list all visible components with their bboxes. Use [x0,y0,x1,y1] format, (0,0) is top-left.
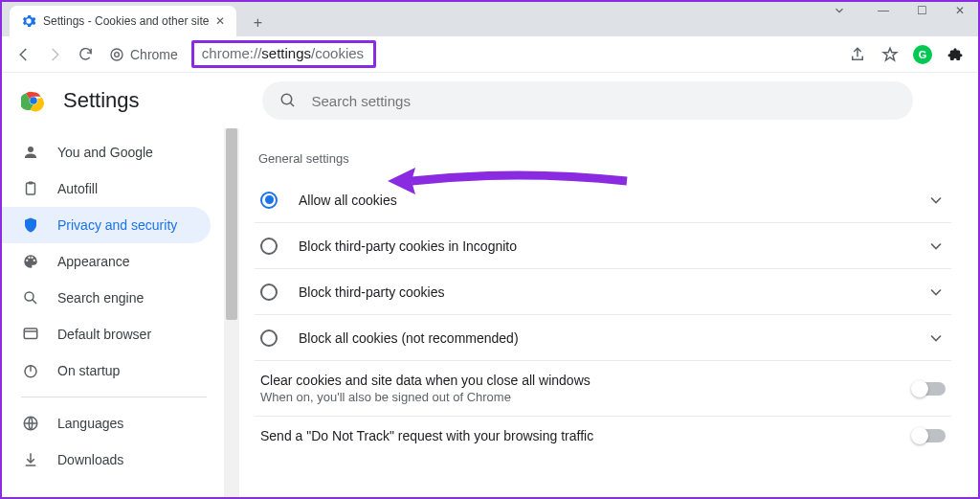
sidebar-item-autofill[interactable]: Autofill [2,170,211,207]
sidebar-item-appearance[interactable]: Appearance [2,243,211,280]
minimize-icon[interactable]: — [871,4,896,17]
sidebar-item-you-and-google[interactable]: You and Google [2,134,211,170]
svg-rect-7 [29,182,33,185]
sidebar-item-on-startup[interactable]: On startup [2,352,211,389]
sidebar-label: Autofill [57,181,98,196]
bookmark-star-icon[interactable] [877,41,903,68]
extensions-puzzle-icon[interactable] [942,41,969,68]
chevron-down-icon[interactable] [926,191,946,210]
chrome-logo-icon [21,88,46,113]
toggle-sublabel: When on, you'll also be signed out of Ch… [260,390,913,404]
close-icon[interactable]: ✕ [215,14,225,28]
search-input[interactable] [312,93,896,109]
browser-toolbar: Chrome chrome://settings/cookies G [2,36,978,73]
power-icon [21,361,40,380]
browser-icon [21,325,40,344]
extension-grammarly-icon[interactable]: G [909,41,936,68]
sidebar-label: Appearance [57,254,130,269]
svg-point-0 [111,49,122,60]
address-highlight-annotation: chrome://settings/cookies [191,40,376,68]
gear-icon [21,13,36,29]
globe-icon [21,414,40,433]
search-icon [279,92,297,109]
radio-block-all-cookies[interactable]: Block all cookies (not recommended) [255,315,951,361]
sidebar-label: On startup [57,363,120,378]
radio-icon[interactable] [260,329,278,347]
svg-rect-6 [27,183,35,194]
radio-icon[interactable] [260,238,278,255]
sidebar-label: Downloads [57,452,123,467]
sidebar-label: Languages [57,416,123,431]
radio-block-third-party-incognito[interactable]: Block third-party cookies in Incognito [255,223,951,269]
toggle-label: Send a "Do Not Track" request with your … [260,428,913,443]
sidebar-item-default-browser[interactable]: Default browser [2,316,211,352]
settings-content: General settings Allow all cookies Block… [239,128,978,499]
window-chevron-icon[interactable] [833,4,858,17]
toggle-switch[interactable] [913,429,946,442]
svg-point-5 [281,94,292,104]
window-close-icon[interactable]: ✕ [947,4,972,17]
radio-label: Block third-party cookies in Incognito [299,238,926,254]
search-settings[interactable] [262,81,913,120]
forward-button[interactable] [42,42,67,67]
chevron-down-icon[interactable] [926,283,946,302]
toggle-clear-on-close[interactable]: Clear cookies and site data when you clo… [255,361,951,417]
radio-label: Allow all cookies [299,193,926,208]
svg-rect-9 [24,329,37,339]
maximize-icon[interactable]: ☐ [909,4,934,17]
sidebar-label: You and Google [57,145,153,160]
browser-titlebar: Settings - Cookies and other site ✕ + — … [2,2,978,36]
person-icon [21,143,40,162]
radio-label: Block all cookies (not recommended) [299,330,926,346]
chevron-down-icon[interactable] [926,329,946,348]
radio-selected-icon[interactable] [260,192,278,209]
window-controls: — ☐ ✕ [833,4,972,17]
reload-button[interactable] [73,42,98,67]
chevron-down-icon[interactable] [926,237,946,256]
share-icon[interactable] [844,41,871,68]
radio-allow-all-cookies[interactable]: Allow all cookies [255,177,951,223]
new-tab-button[interactable]: + [244,10,271,36]
address-prefix: Chrome [130,47,178,62]
tab-title: Settings - Cookies and other site [43,14,209,28]
search-icon [21,288,40,307]
palette-icon [21,252,40,271]
back-button[interactable] [11,42,36,67]
settings-sidebar: You and Google Autofill Privacy and secu… [2,128,224,499]
section-title: General settings [258,151,951,166]
sidebar-label: Privacy and security [57,217,177,233]
svg-point-1 [115,52,120,57]
sidebar-item-languages[interactable]: Languages [2,405,211,442]
sidebar-item-downloads[interactable]: Downloads [2,442,211,478]
download-icon [21,450,40,469]
sidebar-scrollbar[interactable] [224,128,239,499]
sidebar-item-search-engine[interactable]: Search engine [2,280,211,316]
sidebar-label: Default browser [57,327,151,342]
radio-block-third-party[interactable]: Block third-party cookies [255,269,951,315]
address-url[interactable]: chrome://settings/cookies [202,45,364,61]
chrome-circle-icon [109,47,124,62]
shield-icon [21,215,40,235]
toggle-label: Clear cookies and site data when you clo… [260,373,913,388]
page-title: Settings [63,88,140,113]
sidebar-item-privacy-security[interactable]: Privacy and security [2,207,211,243]
scrollbar-thumb[interactable] [226,128,237,320]
sidebar-label: Search engine [57,290,144,306]
sidebar-divider [21,397,207,397]
browser-tab[interactable]: Settings - Cookies and other site ✕ [10,6,236,36]
radio-icon[interactable] [260,284,278,301]
toggle-switch[interactable] [913,382,946,396]
radio-label: Block third-party cookies [299,284,926,300]
toggle-do-not-track[interactable]: Send a "Do Not Track" request with your … [255,417,951,455]
settings-header: Settings [2,73,978,128]
clipboard-icon [21,179,40,198]
site-info[interactable]: Chrome [103,47,184,62]
